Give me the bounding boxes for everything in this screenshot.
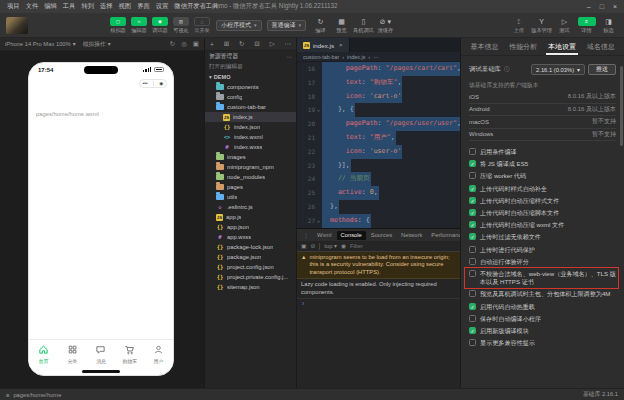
tree-item-utils[interactable]: utils — [205, 192, 296, 202]
tree-item-package-lock.json[interactable]: {}package-lock.json — [205, 242, 296, 252]
tree-item-config[interactable]: config — [205, 92, 296, 102]
run-icon[interactable]: ▷ — [270, 40, 275, 48]
checkbox-checked-icon[interactable]: ✓ — [469, 160, 476, 167]
option-启用代码自动热重载[interactable]: ✓启用代码自动热重载 — [469, 302, 616, 312]
push-button[interactable]: 推送 — [588, 64, 616, 75]
tree-item-pages[interactable]: pages — [205, 182, 296, 192]
frame-select[interactable]: top ▾ — [324, 243, 337, 249]
checkbox-unchecked-icon[interactable] — [469, 339, 476, 346]
menu-item-设置[interactable]: 设置 — [153, 2, 172, 11]
checkbox-checked-icon[interactable]: ✓ — [469, 197, 476, 204]
phone-tab-分类[interactable]: 分类 — [58, 340, 87, 368]
code-editor[interactable]: 16 pagePath: "/pages/cart/cart",17 text:… — [297, 62, 460, 228]
more-icon[interactable]: ⋯ — [285, 40, 292, 48]
phone-tab-消息[interactable]: 消息 — [87, 340, 116, 368]
checkbox-checked-icon[interactable]: ✓ — [469, 327, 476, 334]
screenshot-icon[interactable]: ◎ — [181, 40, 187, 48]
toggle-模拟器[interactable]: ▢模拟器 — [109, 17, 127, 34]
maximize-icon[interactable]: □ — [600, 3, 604, 10]
upload-icon[interactable]: ↥ — [516, 17, 522, 26]
simulate-action-select[interactable]: 模拟操作 ▾ — [83, 40, 111, 49]
toggle-云开发[interactable]: △云开发 — [193, 17, 211, 34]
visual-icon[interactable]: ▥ — [173, 17, 189, 26]
toggle-调试器[interactable]: ◉调试器 — [151, 17, 169, 34]
preview-qr-icon[interactable]: ▦ — [338, 17, 345, 26]
new-folder-icon[interactable]: ⊞ — [224, 40, 229, 48]
checkbox-unchecked-icon[interactable] — [469, 258, 476, 265]
clear-console-icon[interactable]: ⊘ — [310, 243, 315, 249]
option-将 JS 编译成 E[interactable]: ✓将 JS 编译成 ES5 — [469, 159, 616, 169]
minimize-icon[interactable]: – — [587, 3, 591, 10]
option-上传代码时自动压缩脚[interactable]: ✓上传代码时自动压缩脚本文件 — [469, 208, 616, 218]
breadcrumb-segment[interactable]: ⋯ — [373, 54, 378, 60]
checkbox-unchecked-icon[interactable] — [469, 315, 476, 322]
tree-item-app.json[interactable]: {}app.json — [205, 222, 296, 232]
option-上传代码时自动压缩[interactable]: ✓上传代码时自动压缩 wxml 文件 — [469, 220, 616, 230]
action-清缓存[interactable]: ⊘ ▾清缓存 — [376, 17, 395, 34]
tree-item-sitemap.json[interactable]: {}sitemap.json — [205, 282, 296, 292]
editor-tab-indexjs[interactable]: JS index.js × — [297, 38, 350, 52]
console-settings-icon[interactable]: ◉ — [341, 243, 346, 249]
scrollbar-thumb[interactable] — [620, 66, 623, 146]
details-tab-性能分析[interactable]: 性能分析 — [507, 38, 539, 55]
debugger-icon[interactable]: ◉ — [152, 17, 168, 26]
option-预览及真机调试时主包[interactable]: 预览及真机调试时主包、分包体积上限调整为4M — [469, 289, 616, 299]
menu-item-工具[interactable]: 工具 — [60, 2, 79, 11]
option-显示更多兼容性提示[interactable]: 显示更多兼容性提示 — [469, 338, 616, 348]
action-版本管理[interactable]: Y版本管理 — [531, 17, 552, 34]
menu-item-文件[interactable]: 文件 — [23, 2, 42, 11]
checkbox-checked-icon[interactable]: ✓ — [469, 221, 476, 228]
action-预览[interactable]: ▦预览 — [332, 17, 351, 34]
option-上传代码时样式自动补[interactable]: ✓上传代码时样式自动补全 — [469, 184, 616, 194]
checkbox-checked-icon[interactable]: ✓ — [469, 303, 476, 310]
menu-item-选择[interactable]: 选择 — [97, 2, 116, 11]
action-详情[interactable]: ≡详情 — [577, 17, 596, 34]
rotate-icon[interactable]: ↻ — [170, 40, 175, 48]
option-启用新版编译模块[interactable]: ✓启用新版编译模块 — [469, 326, 616, 336]
action-贴边[interactable]: ◨贴边 — [599, 17, 618, 34]
tree-item-package.json[interactable]: {}package.json — [205, 252, 296, 262]
console-tab-Network[interactable]: Network — [397, 231, 426, 240]
tree-item-miniprogram_npm[interactable]: miniprogram_npm — [205, 162, 296, 172]
tree-item-app.js[interactable]: JSapp.js — [205, 212, 296, 222]
clear-cache-icon[interactable]: ⊘ ▾ — [380, 17, 391, 26]
option-不校验合法域名、we[interactable]: 不校验合法域名、web-view（业务域名）、TLS 版本以及 HTTPS 证书 — [469, 269, 616, 287]
version-icon[interactable]: Y — [539, 17, 544, 26]
details-tab-域名信息[interactable]: 域名信息 — [585, 38, 617, 55]
checkbox-unchecked-icon[interactable] — [469, 270, 476, 277]
details-tab-基本信息[interactable]: 基本信息 — [468, 38, 500, 55]
action-上传[interactable]: ↥上传 — [509, 17, 528, 34]
details-icon[interactable]: ≡ — [578, 17, 596, 26]
checkbox-checked-icon[interactable]: ✓ — [469, 209, 476, 216]
new-file-icon[interactable]: + — [210, 41, 214, 48]
phone-tab-购物车[interactable]: 购物车 — [115, 340, 144, 368]
action-测试[interactable]: ▷测试 — [555, 17, 574, 34]
checkbox-checked-icon[interactable]: ✓ — [469, 233, 476, 240]
menu-item-项目[interactable]: 项目 — [4, 2, 23, 11]
status-menu-icon[interactable]: ≡ — [6, 392, 9, 398]
toggle-编辑器[interactable]: ‹›编辑器 — [130, 17, 148, 34]
option-自动运行体验评分[interactable]: 自动运行体验评分 — [469, 257, 616, 267]
action-真机调试[interactable]: ▯真机调试 — [353, 17, 374, 34]
open-editors-section[interactable]: 打开的编辑器 — [205, 62, 296, 72]
remote-debug-icon[interactable]: ▯ — [361, 17, 365, 26]
console-filter-input[interactable] — [350, 243, 396, 249]
tree-item-index.wxml[interactable]: <>index.wxml — [205, 132, 296, 142]
tree-item-index.js[interactable]: JSindex.js — [205, 112, 296, 122]
close-tab-icon[interactable]: × — [339, 42, 343, 48]
tree-item-app.wxss[interactable]: #app.wxss — [205, 232, 296, 242]
close-icon[interactable]: × — [613, 3, 617, 10]
tree-item-components[interactable]: components — [205, 82, 296, 92]
test-icon[interactable]: ▷ — [562, 17, 567, 26]
tree-item-images[interactable]: images — [205, 152, 296, 162]
avatar[interactable] — [6, 17, 28, 34]
option-压缩 worker[interactable]: 压缩 worker 代码 — [469, 171, 616, 181]
breadcrumb-segment[interactable]: custom-tab-bar — [303, 54, 339, 60]
menu-item-视图[interactable]: 视图 — [116, 2, 135, 11]
tree-item-node_modules[interactable]: node_modules — [205, 172, 296, 182]
option-保存时自动编译小程序[interactable]: 保存时自动编译小程序 — [469, 314, 616, 324]
tree-item-.eslintrc.js[interactable]: ◇.eslintrc.js — [205, 202, 296, 212]
checkbox-unchecked-icon[interactable] — [469, 290, 476, 297]
console-sidebar-icon[interactable]: ▣ — [301, 243, 306, 249]
checkbox-checked-icon[interactable]: ✓ — [469, 185, 476, 192]
